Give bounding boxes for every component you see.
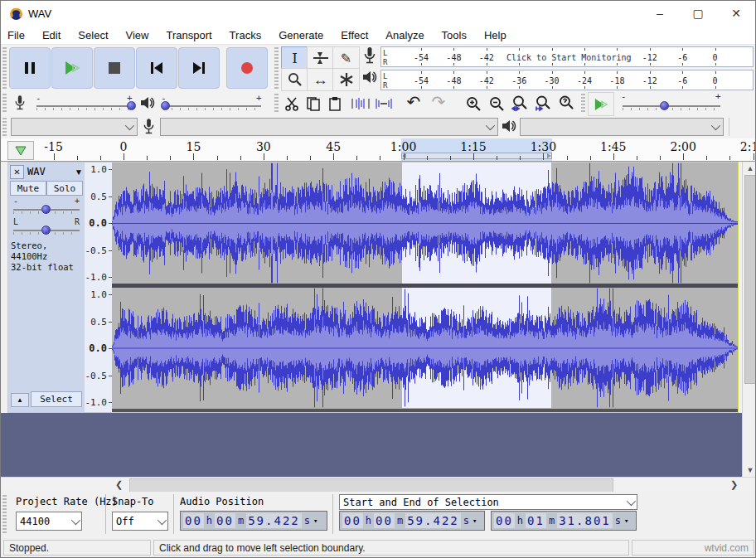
draw-tool-button[interactable]: ✎ [332,46,360,70]
track-bottom-drag-bar[interactable] [112,409,738,412]
vertical-scale-ruler[interactable]: 1.00.50.0-0.5-1.01.00.50.0-0.5-1.0 [85,163,113,412]
mute-button[interactable]: Mute [10,181,46,196]
menu-view[interactable]: View [126,29,149,41]
playback-device-dropdown[interactable] [520,118,724,136]
vertical-scroll-thumb[interactable] [744,175,756,384]
selection-start-field[interactable]: 00h 00m 59.422s ▾ [339,511,485,531]
copy-button[interactable] [303,93,324,114]
redo-button[interactable]: ↷ [427,91,450,113]
sel-start-minutes[interactable]: 00 [374,513,395,528]
play-speed-slider[interactable] [623,105,720,107]
waveform-right-channel[interactable] [112,288,738,408]
menu-select[interactable]: Select [78,29,108,41]
pause-button[interactable] [9,47,51,89]
vertical-scrollbar[interactable]: ▲ ▼ [742,162,756,477]
sel-end-hours[interactable]: 00 [494,513,515,528]
track-name[interactable]: WAV [27,166,46,177]
record-meter-mic[interactable] [363,46,380,67]
play-speed-grip[interactable] [581,94,585,114]
track-close-button[interactable]: ✕ [10,165,24,179]
dropdown-arrow-icon[interactable]: ▾ [624,517,628,525]
scroll-left-icon[interactable]: ❮ [115,479,123,490]
record-volume-thumb[interactable] [127,101,136,110]
waveform-area[interactable] [112,163,738,412]
menu-tracks[interactable]: Tracks [230,29,262,41]
pan-slider-thumb[interactable] [41,226,51,235]
transport-grip[interactable] [2,47,7,89]
selection-right-handle[interactable] [547,153,551,158]
paste-button[interactable] [324,93,346,114]
play-meter-speaker[interactable] [362,70,379,90]
audio-host-dropdown[interactable] [11,118,138,136]
monitoring-hint[interactable]: Click to Start Monitoring [506,53,632,62]
horizontal-scroll-thumb[interactable] [129,478,613,492]
fit-selection-button[interactable] [508,93,531,114]
menu-effect[interactable]: Effect [341,29,368,41]
selection-end-field[interactable]: 00h 01m 31.801s ▾ [491,511,637,531]
project-rate-dropdown[interactable]: 44100 [16,512,82,531]
collapse-track-button[interactable]: ▲ [11,393,29,407]
dropdown-arrow-icon[interactable]: ▾ [313,517,317,525]
selection-tool-button[interactable]: I [281,46,308,70]
recording-meter[interactable]: LR-54-48-42-36-30-24-18-12-60Click to St… [380,46,754,67]
envelope-tool-button[interactable] [307,46,334,70]
recording-device-dropdown[interactable] [160,118,498,136]
menu-analyze[interactable]: Analyze [385,29,424,41]
menu-edit[interactable]: Edit [42,29,61,41]
scroll-down-icon[interactable]: ▼ [743,466,756,474]
play-speed-thumb[interactable] [660,101,669,110]
record-button[interactable] [226,47,268,89]
audio-position-hours[interactable]: 00 [183,513,204,528]
menu-help[interactable]: Help [484,29,506,41]
play-button[interactable] [51,47,93,89]
zoom-out-button[interactable] [485,93,508,114]
zoom-tool-button[interactable] [281,68,308,91]
snap-to-dropdown[interactable]: Off [112,512,168,531]
play-at-speed-button[interactable] [588,92,614,116]
horizontal-scrollbar[interactable]: ❮ ❯ [1,477,756,492]
pinned-play-head-button[interactable] [7,141,34,160]
scroll-up-icon[interactable]: ▲ [743,164,756,172]
trim-audio-button[interactable] [349,93,372,114]
sel-end-seconds[interactable]: 31.801 [557,513,613,528]
track-select-button[interactable]: Select [31,391,82,407]
audio-position-minutes[interactable]: 00 [215,513,235,528]
skip-to-end-button[interactable] [178,47,220,89]
zoom-toggle-button[interactable] [555,93,578,114]
dropdown-arrow-icon[interactable]: ▾ [472,517,477,525]
audio-position-field[interactable]: 00h 00m 59.422s ▾ [180,511,327,531]
play-volume-thumb[interactable] [161,101,170,110]
menu-file[interactable]: File [7,29,25,41]
sel-end-minutes[interactable]: 01 [526,513,546,528]
device-grip[interactable] [2,118,7,136]
track-menu-arrow-icon[interactable]: ▼ [75,167,83,177]
audio-position-seconds[interactable]: 59.422 [246,513,302,528]
fit-project-button[interactable] [531,93,555,114]
multi-tool-button[interactable] [332,68,360,91]
playback-meter[interactable]: LR-54-48-42-36-30-24-18-12-60 [380,70,754,90]
timeshift-tool-button[interactable]: ↔ [307,68,334,91]
timeline-ruler[interactable]: -1501530451:001:151:301:452:002:15 [36,138,756,161]
gain-slider-thumb[interactable] [41,205,51,214]
menu-generate[interactable]: Generate [279,29,323,41]
minimize-button[interactable]: – [641,1,679,26]
waveform-left-channel[interactable] [112,163,738,284]
stop-button[interactable] [94,47,135,89]
play-volume-slider[interactable] [163,105,261,107]
menu-tools[interactable]: Tools [442,29,467,41]
solo-button[interactable]: Solo [46,181,83,196]
sel-start-hours[interactable]: 00 [342,513,363,528]
selection-toolbar-grip[interactable] [2,495,7,533]
maximize-button[interactable]: ▢ [679,1,717,26]
mixer-grip[interactable] [2,94,7,114]
selection-mode-dropdown[interactable]: Start and End of Selection [339,494,637,510]
edit-grip[interactable] [274,94,279,114]
timeline-selection-bar[interactable] [401,153,552,159]
skip-to-start-button[interactable] [136,47,177,89]
close-button[interactable]: ✕ [717,1,755,26]
undo-button[interactable]: ↶ [402,91,425,113]
sel-start-seconds[interactable]: 59.422 [405,513,461,528]
tools-grip[interactable] [274,47,279,89]
record-volume-slider[interactable] [36,105,134,107]
menu-transport[interactable]: Transport [166,29,211,41]
